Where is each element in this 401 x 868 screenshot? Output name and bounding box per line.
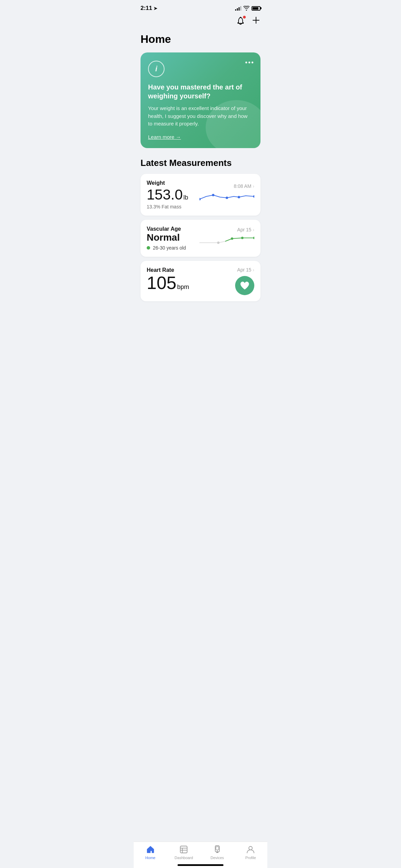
svg-point-3 (199, 198, 201, 200)
banner-more-button[interactable]: ••• (245, 59, 254, 67)
location-arrow-icon: ➤ (154, 6, 157, 11)
page-title: Home (141, 33, 260, 46)
heart-time-value: Apr 15 (237, 267, 251, 273)
status-time: 2:11 ➤ (141, 5, 157, 12)
info-icon: i (148, 61, 165, 77)
weight-label: Weight (147, 180, 199, 186)
heart-left: Heart Rate 105bpm (147, 267, 200, 292)
vascular-left: Vascular Age Normal 26-30 years old (147, 226, 199, 251)
weight-left: Weight 153.0lb 13.3% Fat mass (147, 180, 199, 209)
vascular-chevron-icon: › (253, 227, 254, 232)
notification-dot (243, 15, 246, 19)
heart-rate-value-container: 105bpm (147, 274, 200, 292)
svg-point-4 (212, 194, 215, 196)
weight-chevron-icon: › (253, 183, 254, 189)
status-icons (235, 6, 260, 11)
weight-value: 153.0lb (147, 187, 199, 203)
vascular-right: Apr 15 › (199, 227, 254, 250)
status-bar: 2:11 ➤ (134, 0, 267, 14)
svg-point-5 (226, 196, 228, 199)
heart-icon-circle (235, 276, 254, 295)
header-actions (134, 14, 267, 30)
heart-rate-card[interactable]: Heart Rate 105bpm Apr 15 › (141, 261, 260, 301)
vascular-value: Normal (147, 232, 199, 243)
weight-time: 8:08 AM › (234, 183, 254, 189)
svg-point-7 (253, 195, 255, 197)
weight-time-value: 8:08 AM (234, 183, 251, 189)
heart-time: Apr 15 › (237, 267, 254, 273)
weight-sub: 13.3% Fat mass (147, 204, 199, 209)
time-display: 2:11 (141, 5, 152, 12)
signal-bars-icon (235, 6, 241, 11)
heart-chevron-icon: › (253, 267, 254, 273)
svg-point-8 (217, 241, 220, 244)
svg-point-9 (231, 237, 233, 240)
svg-point-6 (238, 196, 240, 198)
vascular-time: Apr 15 › (237, 227, 254, 232)
weight-number: 153.0 (147, 187, 183, 203)
green-status-dot (147, 246, 150, 250)
heart-rate-label: Heart Rate (147, 267, 200, 273)
battery-icon (252, 6, 260, 11)
vascular-chart (199, 236, 254, 250)
heart-rate-number: 105 (147, 274, 177, 292)
heart-right: Apr 15 › (200, 267, 254, 295)
heart-icon (240, 281, 250, 290)
notification-button[interactable] (236, 16, 245, 26)
wifi-icon (243, 6, 250, 11)
vascular-label: Vascular Age (147, 226, 199, 232)
page-title-container: Home (134, 30, 267, 52)
heart-rate-unit: bpm (177, 284, 189, 291)
vascular-sub: 26-30 years old (147, 245, 199, 251)
latest-measurements-title: Latest Measurements (134, 158, 267, 174)
weight-chart (199, 192, 254, 206)
svg-point-10 (241, 237, 244, 239)
weight-card[interactable]: Weight 153.0lb 13.3% Fat mass 8:08 AM › (141, 174, 260, 216)
weight-right: 8:08 AM › (199, 183, 254, 206)
banner-title: Have you mastered the art of weighing yo… (148, 83, 253, 100)
vascular-time-value: Apr 15 (237, 227, 251, 232)
banner-card[interactable]: ••• i Have you mastered the art of weigh… (141, 52, 260, 148)
svg-point-11 (253, 237, 255, 239)
add-button[interactable] (252, 16, 260, 26)
vascular-age-range: 26-30 years old (153, 245, 186, 251)
weight-unit: lb (183, 194, 188, 201)
vascular-age-card[interactable]: Vascular Age Normal 26-30 years old Apr … (141, 220, 260, 257)
